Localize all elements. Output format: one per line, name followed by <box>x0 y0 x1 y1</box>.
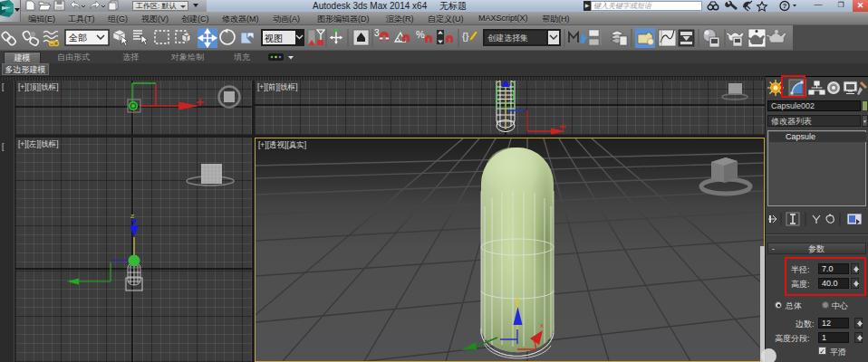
svg-text:?: ? <box>783 2 787 10</box>
svg-text:%: % <box>416 29 425 40</box>
svg-text:视图: 视图 <box>265 33 283 43</box>
svg-text:{}: {} <box>462 31 469 42</box>
svg-text:创建选择集: 创建选择集 <box>487 33 528 43</box>
svg-text:3: 3 <box>374 28 380 38</box>
svg-text:z: z <box>130 212 134 220</box>
svg-text:x: x <box>540 321 544 329</box>
svg-text:全部: 全部 <box>68 33 87 43</box>
